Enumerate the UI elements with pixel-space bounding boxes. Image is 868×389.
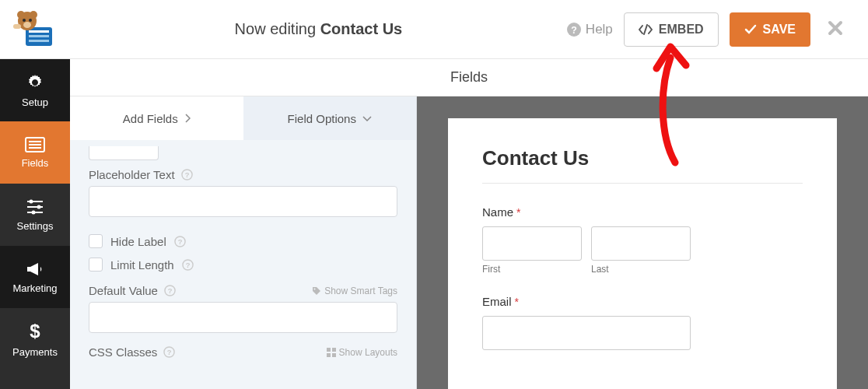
first-name-input[interactable] bbox=[482, 226, 582, 261]
list-icon bbox=[25, 137, 45, 152]
help-icon[interactable]: ? bbox=[174, 236, 186, 247]
svg-text:?: ? bbox=[177, 238, 182, 246]
css-classes-group: CSS Classes ? Show Layouts bbox=[89, 345, 397, 363]
form-preview-wrap: Contact Us Name * First Last bbox=[417, 96, 868, 389]
sidebar-label: Setup bbox=[22, 96, 48, 108]
svg-rect-10 bbox=[13, 24, 21, 29]
sidebar-item-settings[interactable]: Settings bbox=[0, 184, 70, 246]
limit-length-row: Limit Length ? bbox=[89, 253, 397, 276]
svg-rect-15 bbox=[29, 144, 41, 145]
embed-button[interactable]: EMBED bbox=[624, 12, 719, 47]
smart-tags-label: Show Smart Tags bbox=[324, 286, 397, 296]
grid-icon bbox=[327, 348, 336, 357]
tab-field-options[interactable]: Field Options bbox=[243, 96, 417, 140]
default-value-group: Default Value ? Show Smart Tags bbox=[89, 284, 397, 333]
form-preview[interactable]: Contact Us Name * First Last bbox=[448, 118, 837, 389]
sidebar-label: Fields bbox=[22, 157, 49, 169]
sidebar-item-payments[interactable]: $ Payments bbox=[0, 308, 70, 370]
editing-prefix: Now editing bbox=[235, 20, 320, 37]
help-link[interactable]: ? Help bbox=[567, 22, 613, 37]
sidebar: Setup Fields Settings Marketing $ Paymen… bbox=[0, 59, 70, 389]
show-layouts-link[interactable]: Show Layouts bbox=[327, 347, 397, 358]
preview-name-field[interactable]: Name * First Last bbox=[482, 205, 803, 275]
hide-label-checkbox[interactable] bbox=[89, 234, 103, 248]
sidebar-item-marketing[interactable]: Marketing bbox=[0, 246, 70, 308]
svg-point-19 bbox=[32, 210, 36, 214]
help-icon[interactable]: ? bbox=[163, 346, 175, 358]
close-button[interactable] bbox=[821, 17, 849, 41]
dollar-icon: $ bbox=[28, 321, 42, 342]
builder-header: Now editing Contact Us ? Help EMBED SAVE bbox=[0, 0, 868, 59]
show-layouts-label: Show Layouts bbox=[339, 347, 397, 358]
show-smart-tags-link[interactable]: Show Smart Tags bbox=[312, 286, 397, 296]
svg-rect-34 bbox=[327, 353, 331, 357]
limit-length-text: Limit Length bbox=[110, 258, 174, 272]
svg-rect-16 bbox=[29, 147, 41, 149]
sidebar-item-setup[interactable]: Setup bbox=[0, 59, 70, 121]
required-mark: * bbox=[513, 206, 520, 219]
tab-label: Field Options bbox=[288, 112, 356, 125]
svg-rect-35 bbox=[332, 353, 336, 357]
css-classes-label: CSS Classes bbox=[89, 345, 157, 359]
main-area: Fields Add Fields Field Options bbox=[70, 59, 868, 389]
sidebar-label: Marketing bbox=[12, 282, 57, 294]
header-actions: ? Help EMBED SAVE bbox=[567, 12, 868, 47]
first-sublabel: First bbox=[482, 264, 582, 275]
svg-rect-2 bbox=[29, 35, 49, 37]
divider bbox=[482, 183, 803, 184]
limit-length-checkbox[interactable] bbox=[89, 258, 103, 272]
bullhorn-icon bbox=[25, 261, 45, 278]
last-sublabel: Last bbox=[591, 264, 691, 275]
default-value-input[interactable] bbox=[89, 302, 397, 333]
svg-rect-14 bbox=[29, 141, 41, 142]
field-options-panel: Add Fields Field Options Placeholder Tex… bbox=[70, 96, 417, 389]
hide-label-text: Hide Label bbox=[110, 235, 166, 248]
last-name-input[interactable] bbox=[591, 226, 691, 261]
svg-text:?: ? bbox=[185, 261, 190, 269]
help-icon[interactable]: ? bbox=[181, 169, 193, 180]
check-icon bbox=[744, 24, 757, 35]
svg-text:?: ? bbox=[571, 24, 577, 35]
svg-point-29 bbox=[314, 288, 316, 289]
svg-point-6 bbox=[30, 11, 37, 19]
email-input[interactable] bbox=[482, 316, 691, 350]
help-icon: ? bbox=[567, 23, 581, 37]
hide-label-row: Hide Label ? bbox=[89, 230, 397, 253]
preview-email-field[interactable]: Email * bbox=[482, 295, 803, 350]
help-icon[interactable]: ? bbox=[164, 285, 176, 296]
columns: Add Fields Field Options Placeholder Tex… bbox=[70, 96, 868, 389]
svg-point-18 bbox=[37, 205, 41, 209]
email-label: Email bbox=[482, 295, 512, 308]
editing-title: Now editing Contact Us bbox=[70, 20, 567, 38]
sidebar-label: Payments bbox=[12, 346, 58, 358]
required-mark: * bbox=[512, 296, 519, 308]
help-icon[interactable]: ? bbox=[182, 259, 194, 271]
svg-text:?: ? bbox=[184, 171, 189, 179]
svg-rect-32 bbox=[327, 348, 331, 352]
tab-add-fields[interactable]: Add Fields bbox=[70, 96, 243, 140]
placeholder-text-input[interactable] bbox=[89, 186, 397, 217]
panel-tabs: Add Fields Field Options bbox=[70, 96, 416, 140]
chevron-right-icon bbox=[184, 114, 191, 123]
gear-icon bbox=[26, 73, 44, 92]
panel-title: Fields bbox=[70, 59, 868, 96]
app-logo bbox=[0, 10, 70, 49]
svg-text:$: $ bbox=[30, 321, 40, 342]
svg-rect-3 bbox=[29, 40, 49, 42]
svg-rect-1 bbox=[29, 30, 49, 33]
svg-point-7 bbox=[23, 19, 26, 22]
form-name: Contact Us bbox=[320, 20, 403, 37]
sliders-icon bbox=[26, 198, 44, 216]
embed-label: EMBED bbox=[659, 23, 704, 37]
save-button[interactable]: SAVE bbox=[730, 12, 810, 47]
options-body: Placeholder Text ? Hide Label ? Limit Le… bbox=[70, 140, 416, 376]
svg-point-9 bbox=[23, 22, 31, 28]
svg-point-5 bbox=[17, 11, 25, 19]
tag-icon bbox=[312, 286, 321, 296]
svg-point-8 bbox=[29, 19, 32, 22]
svg-text:?: ? bbox=[167, 349, 172, 356]
svg-point-17 bbox=[30, 199, 33, 203]
sidebar-item-fields[interactable]: Fields bbox=[0, 121, 70, 184]
svg-rect-33 bbox=[332, 348, 336, 352]
save-label: SAVE bbox=[763, 23, 796, 37]
